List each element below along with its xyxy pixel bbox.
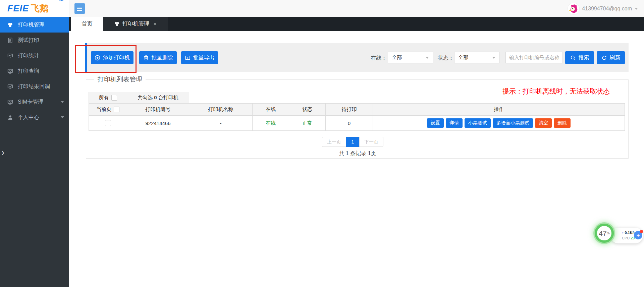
status-filter-value: 全部 xyxy=(458,54,468,61)
sidebar-item-label: 打印统计 xyxy=(18,52,39,59)
sidebar-collapse-handle[interactable]: ❯ xyxy=(0,150,6,156)
sidebar-item-label: 打印机管理 xyxy=(18,21,45,28)
header-status: 状态 xyxy=(289,104,326,116)
upload-arrow-icon: ↑ xyxy=(622,231,624,235)
top-header: FEIE 飞鹅 413994704@qq.com xyxy=(0,0,644,17)
table-select-all-row: 所有 共勾选 0 台打印机 xyxy=(89,92,625,104)
row-checkbox[interactable] xyxy=(105,120,111,126)
sidebar-item-label: 测试打印 xyxy=(18,37,39,44)
sidebar-item-label: 个人中心 xyxy=(18,114,39,121)
prev-page-button[interactable]: 上一页 xyxy=(322,137,346,147)
status-filter-select[interactable]: 全部 xyxy=(454,52,499,63)
toolbar-accent-bar xyxy=(85,43,87,72)
notification-dot xyxy=(640,230,643,233)
row-status: 正常 xyxy=(289,116,326,131)
chart-board-icon xyxy=(7,53,13,59)
search-button[interactable]: 搜索 xyxy=(565,51,594,64)
next-page-button[interactable]: 下一页 xyxy=(359,137,383,147)
sidebar-item-print-stats[interactable]: 打印统计 xyxy=(0,48,69,63)
search-label: 搜索 xyxy=(579,54,589,61)
pagination: 上一页 1 下一页 xyxy=(322,137,383,147)
header-current-page: 当前页 xyxy=(89,104,127,116)
select-page-checkbox[interactable] xyxy=(114,107,119,112)
selected-summary-cell: 共勾选 0 台打印机 xyxy=(127,92,189,104)
row-printer-name: - xyxy=(189,116,253,131)
cpu-label: CPU xyxy=(622,236,630,240)
sidebar: 打印机管理 测试打印 打印统计 打印查询 xyxy=(0,17,69,287)
select-all-cell: 所有 xyxy=(89,92,127,104)
sidebar-item-label: 打印查询 xyxy=(18,68,39,75)
sidebar-item-print-query[interactable]: 打印查询 xyxy=(0,63,69,79)
cpu-percent-unit: % xyxy=(607,231,610,235)
settings-button[interactable]: 设置 xyxy=(427,118,444,128)
online-filter-select[interactable]: 全部 xyxy=(388,52,433,63)
user-menu[interactable]: 413994704@qq.com xyxy=(568,0,638,17)
logo-wifi-icon xyxy=(59,0,64,1)
sidebar-item-test-print[interactable]: 测试打印 xyxy=(0,33,69,48)
tab-home-label: 首页 xyxy=(82,20,93,27)
sidebar-item-print-callback[interactable]: 打印结果回调 xyxy=(0,79,69,94)
delete-button[interactable]: 删除 xyxy=(554,118,571,128)
status-filter-label: 状态： xyxy=(438,55,454,62)
user-caret-down-icon xyxy=(635,8,638,10)
caret-down-icon xyxy=(426,57,429,59)
tab-home[interactable]: 首页 xyxy=(71,17,103,31)
row-printer-number: 922414466 xyxy=(127,116,189,131)
selected-summary-suffix: 台打印机 xyxy=(158,95,178,100)
user-icon xyxy=(7,115,13,120)
clear-button[interactable]: 清空 xyxy=(535,118,552,128)
hamburger-menu-icon[interactable] xyxy=(74,3,85,14)
chart-board-icon xyxy=(7,99,13,105)
user-email: 413994704@qq.com xyxy=(582,6,632,12)
plus-circle-icon xyxy=(95,55,100,61)
refresh-icon xyxy=(601,55,607,61)
chart-board-icon xyxy=(7,84,13,90)
header-online: 在线 xyxy=(253,104,289,116)
printer-table: 所有 共勾选 0 台打印机 当前页 打印机编号 打印机名称 在线 状态 xyxy=(89,92,625,131)
sidebar-item-label: 打印结果回调 xyxy=(18,83,50,90)
caret-down-icon xyxy=(492,57,495,59)
header-label: 当前页 xyxy=(96,106,111,113)
details-button[interactable]: 详情 xyxy=(446,118,463,128)
refresh-button[interactable]: 刷新 xyxy=(597,51,625,64)
row-actions-cell: 设置 详情 小票测试 多语言小票测试 清空 删除 xyxy=(373,116,625,131)
sidebar-item-label: SIM卡管理 xyxy=(18,99,43,106)
header-printer-name: 打印机名称 xyxy=(189,104,253,116)
tab-printer-management[interactable]: 打印机管理 × xyxy=(103,17,168,31)
table-header-row: 当前页 打印机编号 打印机名称 在线 状态 待打印 操作 xyxy=(89,104,625,116)
row-online-status: 在线 xyxy=(253,116,289,131)
printer-cluster-icon xyxy=(114,21,120,27)
file-icon xyxy=(7,38,13,43)
current-page-button[interactable]: 1 xyxy=(346,137,360,147)
cpu-percent-value: 47 xyxy=(599,229,606,237)
select-all-checkbox[interactable] xyxy=(111,95,117,101)
add-printer-button[interactable]: 添加打印机 xyxy=(91,51,133,64)
receipt-test-button[interactable]: 小票测试 xyxy=(465,118,491,128)
sidebar-item-sim-management[interactable]: SIM卡管理 xyxy=(0,94,69,110)
sidebar-item-personal-center[interactable]: 个人中心 xyxy=(0,110,69,125)
caret-down-icon xyxy=(61,116,64,118)
logo-text-en: FEIE xyxy=(7,3,29,14)
export-grid-icon xyxy=(185,55,191,61)
search-icon xyxy=(570,55,576,61)
sidebar-item-printer-management[interactable]: 打印机管理 xyxy=(0,17,69,33)
header-actions: 操作 xyxy=(373,104,625,116)
tab-close-icon[interactable]: × xyxy=(153,21,157,27)
cpu-percent-ring[interactable]: 47 % xyxy=(595,224,614,243)
printer-cluster-icon xyxy=(7,22,13,28)
batch-export-label: 批量导出 xyxy=(193,54,215,61)
chart-board-icon xyxy=(7,68,13,74)
tab-bar: 首页 打印机管理 × xyxy=(69,17,644,31)
selected-summary-prefix: 共勾选 xyxy=(138,95,153,100)
table-spacer-cell xyxy=(189,92,625,104)
trash-icon xyxy=(143,55,149,61)
avatar xyxy=(568,3,579,14)
header-pending: 待打印 xyxy=(326,104,373,116)
search-input[interactable] xyxy=(505,52,563,63)
batch-delete-button[interactable]: 批量删除 xyxy=(139,51,177,64)
multilang-receipt-test-button[interactable]: 多语言小票测试 xyxy=(493,118,533,128)
batch-export-button[interactable]: 批量导出 xyxy=(181,51,218,64)
row-checkbox-cell xyxy=(89,116,127,131)
batch-delete-label: 批量删除 xyxy=(152,54,173,61)
pagination-summary: 共 1 条记录 1页 xyxy=(323,150,392,157)
